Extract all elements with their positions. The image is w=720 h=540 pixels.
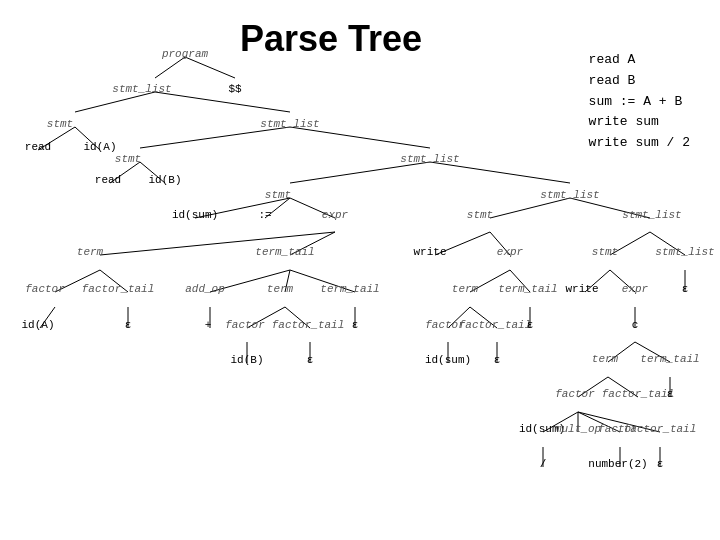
node-term-1: term [77, 246, 104, 258]
node-idB: id(B) [148, 174, 181, 186]
node-epsilon-ft1: ε [125, 319, 132, 331]
node-stmt-1: stmt [47, 118, 73, 130]
node-factor-tail-4: factor_tail [602, 388, 675, 400]
node-stmt-list-5: stmt_list [622, 209, 681, 221]
svg-line-11 [430, 162, 570, 183]
node-idsum-1: id(sum) [172, 209, 218, 221]
node-idsum-2: id(sum) [425, 354, 471, 366]
node-term-tail-1: term_tail [255, 246, 314, 258]
node-number2: number(2) [588, 458, 647, 470]
node-mult-op: mult_op [555, 423, 601, 435]
node-factor-2: factor [225, 319, 265, 331]
node-idA-leaf: id(A) [21, 319, 54, 331]
node-term-3: term [452, 283, 479, 295]
node-factor-4: factor [555, 388, 595, 400]
node-stmt-list-4: stmt_list [540, 189, 599, 201]
node-factor-tail-3: factor_tail [459, 319, 532, 331]
node-epsilon-tt2: ε [352, 319, 359, 331]
svg-line-15 [490, 198, 570, 218]
node-read-2: read [95, 174, 121, 186]
node-idA: id(A) [83, 141, 116, 153]
node-term-4: term [592, 353, 619, 365]
node-stmt-list-3: stmt_list [400, 153, 459, 165]
svg-line-3 [155, 92, 290, 112]
node-write-2: write [565, 283, 598, 295]
node-factor-1: factor [25, 283, 65, 295]
node-read-1: read [25, 141, 51, 153]
node-expr-2: expr [497, 246, 524, 258]
node-factor-tail-1: factor_tail [82, 283, 155, 295]
node-stmt-list-2: stmt_list [260, 118, 319, 130]
node-program: program [161, 48, 209, 60]
node-term-2: term [267, 283, 294, 295]
svg-line-6 [140, 127, 290, 148]
node-epsilon-ft3: ε [494, 354, 501, 366]
node-epsilon-tt4: ε [667, 388, 674, 400]
node-stmt-list-6: stmt_list [655, 246, 714, 258]
node-expr-3: expr [622, 283, 649, 295]
node-factor-tail-5: factor_tail [624, 423, 697, 435]
node-stmt-3: stmt [265, 189, 291, 201]
node-term-tail-3: term_tail [498, 283, 557, 295]
svg-line-1 [185, 57, 235, 78]
node-plus: + [205, 319, 212, 331]
node-stmt-4: stmt [467, 209, 493, 221]
node-term-tail-4: term_tail [640, 353, 699, 365]
svg-line-7 [290, 127, 430, 148]
node-stmt-5: stmt [592, 246, 618, 258]
node-slash: / [540, 458, 547, 470]
node-idB-leaf: id(B) [230, 354, 263, 366]
node-add-op: add_op [185, 283, 225, 295]
node-term-tail-2: term_tail [320, 283, 379, 295]
node-expr-1: expr [322, 209, 349, 221]
node-epsilon-tt3: ε [527, 319, 534, 331]
parse-tree-svg: program stmt_list $$ stmt stmt_list read… [0, 0, 720, 540]
svg-line-2 [75, 92, 155, 112]
node-stmt-2: stmt [115, 153, 141, 165]
svg-line-10 [290, 162, 430, 183]
node-stmt-list-1: stmt_list [112, 83, 171, 95]
node-assign: := [258, 209, 271, 221]
node-epsilon-ft2: ε [307, 354, 314, 366]
node-epsilon-list6: ε [682, 283, 689, 295]
node-dollar: $$ [228, 83, 242, 95]
node-epsilon-ft5: ε [657, 458, 664, 470]
svg-line-0 [155, 57, 185, 78]
node-write-1: write [413, 246, 446, 258]
node-c: c [632, 319, 639, 331]
node-factor-tail-2: factor_tail [272, 319, 345, 331]
